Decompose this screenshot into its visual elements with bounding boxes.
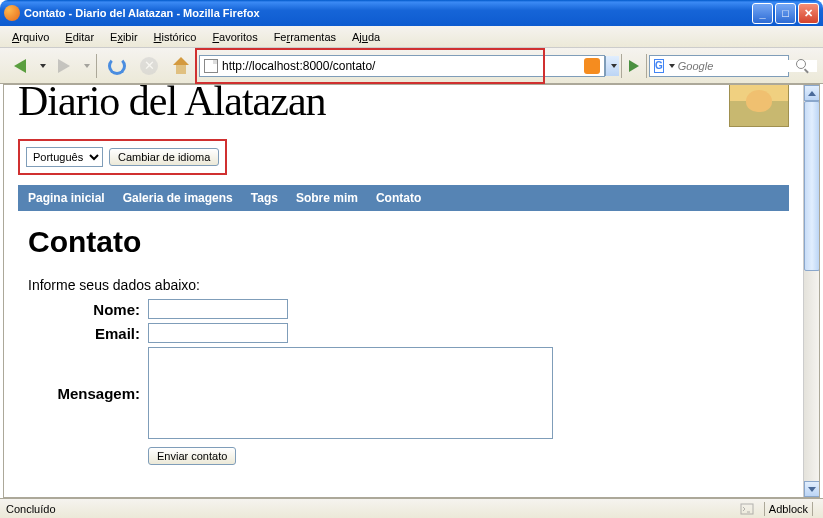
vertical-scrollbar[interactable] (803, 85, 819, 497)
forward-arrow-icon (58, 59, 70, 73)
separator (621, 54, 622, 78)
scroll-up-button[interactable] (804, 85, 820, 101)
back-arrow-icon (14, 59, 26, 73)
language-highlight-box: Português Cambiar de idioma (18, 139, 227, 175)
mensagem-field[interactable] (148, 347, 553, 439)
maximize-button[interactable]: □ (775, 3, 796, 24)
window-titlebar: Contato - Diario del Alatazan - Mozilla … (0, 0, 823, 26)
nav-about[interactable]: Sobre mim (296, 191, 358, 205)
firefox-icon (4, 5, 20, 21)
email-label: Email: (18, 323, 148, 343)
submit-button[interactable]: Enviar contato (148, 447, 236, 465)
stop-button[interactable]: ✕ (135, 52, 163, 80)
forward-dropdown[interactable] (84, 64, 90, 68)
minimize-button[interactable]: _ (752, 3, 773, 24)
separator (646, 54, 647, 78)
menu-exibir[interactable]: Exibir (104, 29, 144, 45)
site-navbar: Pagina inicial Galeria de imagens Tags S… (18, 185, 789, 211)
go-arrow-icon (629, 60, 639, 72)
address-dropdown[interactable] (605, 56, 619, 76)
site-title: Diario del Alatazan (18, 85, 326, 125)
nav-tags[interactable]: Tags (251, 191, 278, 205)
back-dropdown[interactable] (40, 64, 46, 68)
separator (96, 54, 97, 78)
email-field[interactable] (148, 323, 288, 343)
avatar-image (729, 85, 789, 127)
menu-ajuda[interactable]: Ajuda (346, 29, 386, 45)
form-intro-text: Informe seus dados abaixo: (28, 277, 789, 293)
status-text: Concluído (6, 503, 734, 515)
back-button[interactable] (6, 52, 34, 80)
page-content: Diario del Alatazan Português Cambiar de… (4, 85, 803, 497)
chevron-up-icon (808, 91, 816, 96)
scroll-thumb[interactable] (804, 101, 820, 271)
magnifier-icon (796, 59, 810, 73)
rss-icon[interactable] (584, 58, 600, 74)
menu-editar[interactable]: Editar (59, 29, 100, 45)
menu-arquivo[interactable]: Arquivo (6, 29, 55, 45)
menubar: Arquivo Editar Exibir Histórico Favorito… (0, 26, 823, 48)
adblock-indicator[interactable]: Adblock (769, 503, 808, 515)
address-bar[interactable] (199, 55, 605, 77)
stop-icon: ✕ (140, 57, 158, 75)
chevron-down-icon (808, 487, 816, 492)
page-heading: Contato (28, 225, 789, 259)
search-engine-dropdown[interactable] (669, 64, 675, 68)
search-go-button[interactable] (789, 52, 817, 80)
status-script-icon[interactable] (740, 502, 754, 516)
status-separator (764, 502, 765, 516)
scroll-down-button[interactable] (804, 481, 820, 497)
language-select[interactable]: Português (26, 147, 103, 167)
url-input[interactable] (222, 59, 580, 73)
toolbar: ✕ G (0, 48, 823, 84)
nav-gallery[interactable]: Galeria de imagens (123, 191, 233, 205)
home-icon (171, 57, 191, 75)
nome-field[interactable] (148, 299, 288, 319)
reload-icon (108, 57, 126, 75)
change-language-button[interactable]: Cambiar de idioma (109, 148, 219, 166)
window-title: Contato - Diario del Alatazan - Mozilla … (24, 7, 752, 19)
menu-favoritos[interactable]: Favoritos (206, 29, 263, 45)
menu-ferramentas[interactable]: Ferramentas (268, 29, 342, 45)
nav-contact[interactable]: Contato (376, 191, 421, 205)
content-viewport: Diario del Alatazan Português Cambiar de… (3, 84, 820, 498)
close-button[interactable]: ✕ (798, 3, 819, 24)
nome-label: Nome: (18, 299, 148, 319)
reload-button[interactable] (103, 52, 131, 80)
statusbar: Concluído Adblock (0, 498, 823, 518)
status-separator (812, 502, 813, 516)
mensagem-label: Mensagem: (18, 347, 148, 439)
search-bar[interactable]: G (649, 55, 789, 77)
menu-historico[interactable]: Histórico (148, 29, 203, 45)
go-button[interactable] (624, 56, 644, 76)
home-button[interactable] (167, 52, 195, 80)
page-icon (204, 59, 218, 73)
google-engine-icon[interactable]: G (654, 59, 664, 73)
forward-button[interactable] (50, 52, 78, 80)
nav-home[interactable]: Pagina inicial (28, 191, 105, 205)
